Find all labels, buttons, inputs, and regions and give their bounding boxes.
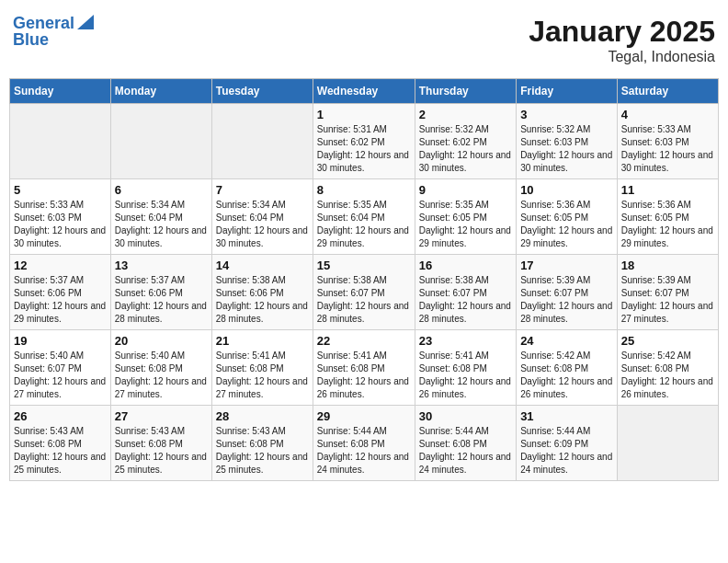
day-cell: 12Sunrise: 5:37 AM Sunset: 6:06 PM Dayli… — [10, 255, 111, 330]
day-info: Sunrise: 5:41 AM Sunset: 6:08 PM Dayligh… — [216, 350, 309, 401]
day-number: 29 — [317, 409, 411, 423]
day-number: 10 — [520, 183, 613, 197]
day-number: 30 — [419, 409, 512, 423]
day-number: 20 — [115, 334, 208, 348]
day-cell: 29Sunrise: 5:44 AM Sunset: 6:08 PM Dayli… — [313, 406, 415, 481]
calendar-subtitle: Tegal, Indonesia — [529, 49, 715, 65]
day-info: Sunrise: 5:34 AM Sunset: 6:04 PM Dayligh… — [216, 199, 309, 250]
day-info: Sunrise: 5:43 AM Sunset: 6:08 PM Dayligh… — [216, 425, 309, 477]
calendar-table: SundayMondayTuesdayWednesdayThursdayFrid… — [9, 78, 719, 481]
week-row-1: 1Sunrise: 5:31 AM Sunset: 6:02 PM Daylig… — [10, 104, 719, 179]
day-header-saturday: Saturday — [617, 79, 718, 104]
day-number: 13 — [115, 259, 208, 272]
logo-blue-text: Blue — [13, 31, 49, 50]
day-info: Sunrise: 5:32 AM Sunset: 6:03 PM Dayligh… — [520, 123, 613, 175]
day-info: Sunrise: 5:33 AM Sunset: 6:03 PM Dayligh… — [14, 199, 107, 250]
day-number: 7 — [216, 183, 309, 197]
day-cell: 23Sunrise: 5:41 AM Sunset: 6:08 PM Dayli… — [415, 330, 516, 406]
day-number: 11 — [621, 183, 714, 197]
day-header-monday: Monday — [110, 79, 211, 104]
day-number: 17 — [520, 259, 613, 272]
day-cell: 5Sunrise: 5:33 AM Sunset: 6:03 PM Daylig… — [10, 179, 111, 255]
day-info: Sunrise: 5:31 AM Sunset: 6:02 PM Dayligh… — [317, 123, 411, 175]
day-number: 15 — [317, 259, 411, 272]
day-cell: 13Sunrise: 5:37 AM Sunset: 6:06 PM Dayli… — [110, 255, 211, 330]
day-number: 1 — [317, 108, 411, 121]
day-info: Sunrise: 5:44 AM Sunset: 6:08 PM Dayligh… — [317, 425, 411, 477]
day-cell: 6Sunrise: 5:34 AM Sunset: 6:04 PM Daylig… — [110, 179, 211, 255]
week-row-2: 5Sunrise: 5:33 AM Sunset: 6:03 PM Daylig… — [10, 179, 719, 255]
day-cell: 8Sunrise: 5:35 AM Sunset: 6:04 PM Daylig… — [313, 179, 415, 255]
day-cell: 22Sunrise: 5:41 AM Sunset: 6:08 PM Dayli… — [313, 330, 415, 406]
day-number: 25 — [621, 334, 714, 348]
day-info: Sunrise: 5:41 AM Sunset: 6:08 PM Dayligh… — [419, 350, 512, 401]
calendar-title: January 2025 — [529, 15, 715, 49]
day-info: Sunrise: 5:43 AM Sunset: 6:08 PM Dayligh… — [115, 425, 208, 477]
day-number: 22 — [317, 334, 411, 348]
day-cell: 24Sunrise: 5:42 AM Sunset: 6:08 PM Dayli… — [517, 330, 618, 406]
day-info: Sunrise: 5:38 AM Sunset: 6:07 PM Dayligh… — [419, 274, 512, 326]
day-number: 21 — [216, 334, 309, 348]
day-info: Sunrise: 5:32 AM Sunset: 6:02 PM Dayligh… — [419, 123, 512, 175]
day-number: 2 — [419, 108, 512, 121]
day-cell: 20Sunrise: 5:40 AM Sunset: 6:08 PM Dayli… — [110, 330, 211, 406]
day-cell: 19Sunrise: 5:40 AM Sunset: 6:07 PM Dayli… — [10, 330, 111, 406]
svg-marker-0 — [77, 15, 94, 29]
day-number: 12 — [14, 259, 107, 272]
day-cell: 10Sunrise: 5:36 AM Sunset: 6:05 PM Dayli… — [517, 179, 618, 255]
day-info: Sunrise: 5:36 AM Sunset: 6:05 PM Dayligh… — [520, 199, 613, 250]
day-cell: 4Sunrise: 5:33 AM Sunset: 6:03 PM Daylig… — [617, 104, 718, 179]
day-info: Sunrise: 5:44 AM Sunset: 6:09 PM Dayligh… — [520, 425, 613, 477]
day-info: Sunrise: 5:43 AM Sunset: 6:08 PM Dayligh… — [14, 425, 107, 477]
day-cell: 15Sunrise: 5:38 AM Sunset: 6:07 PM Dayli… — [313, 255, 415, 330]
week-row-4: 19Sunrise: 5:40 AM Sunset: 6:07 PM Dayli… — [10, 330, 719, 406]
day-header-wednesday: Wednesday — [313, 79, 415, 104]
page-header: General Blue January 2025 Tegal, Indones… — [9, 9, 719, 71]
day-info: Sunrise: 5:37 AM Sunset: 6:06 PM Dayligh… — [115, 274, 208, 326]
day-number: 9 — [419, 183, 512, 197]
day-info: Sunrise: 5:39 AM Sunset: 6:07 PM Dayligh… — [520, 274, 613, 326]
logo: General Blue — [13, 15, 94, 50]
day-number: 26 — [14, 409, 107, 423]
day-number: 28 — [216, 409, 309, 423]
day-number: 19 — [14, 334, 107, 348]
day-cell: 28Sunrise: 5:43 AM Sunset: 6:08 PM Dayli… — [211, 406, 313, 481]
day-cell: 16Sunrise: 5:38 AM Sunset: 6:07 PM Dayli… — [415, 255, 516, 330]
day-number: 23 — [419, 334, 512, 348]
day-info: Sunrise: 5:44 AM Sunset: 6:08 PM Dayligh… — [419, 425, 512, 477]
day-number: 6 — [115, 183, 208, 197]
day-cell: 31Sunrise: 5:44 AM Sunset: 6:09 PM Dayli… — [517, 406, 618, 481]
logo-icon — [77, 15, 94, 29]
title-block: January 2025 Tegal, Indonesia — [529, 15, 715, 65]
day-info: Sunrise: 5:35 AM Sunset: 6:05 PM Dayligh… — [419, 199, 512, 250]
day-number: 24 — [520, 334, 613, 348]
day-cell: 11Sunrise: 5:36 AM Sunset: 6:05 PM Dayli… — [617, 179, 718, 255]
day-cell — [10, 104, 111, 179]
day-info: Sunrise: 5:37 AM Sunset: 6:06 PM Dayligh… — [14, 274, 107, 326]
week-row-3: 12Sunrise: 5:37 AM Sunset: 6:06 PM Dayli… — [10, 255, 719, 330]
day-cell — [110, 104, 211, 179]
day-cell: 3Sunrise: 5:32 AM Sunset: 6:03 PM Daylig… — [517, 104, 618, 179]
day-cell — [211, 104, 313, 179]
day-number: 8 — [317, 183, 411, 197]
day-cell: 21Sunrise: 5:41 AM Sunset: 6:08 PM Dayli… — [211, 330, 313, 406]
day-info: Sunrise: 5:36 AM Sunset: 6:05 PM Dayligh… — [621, 199, 714, 250]
day-number: 5 — [14, 183, 107, 197]
day-cell: 26Sunrise: 5:43 AM Sunset: 6:08 PM Dayli… — [10, 406, 111, 481]
day-info: Sunrise: 5:35 AM Sunset: 6:04 PM Dayligh… — [317, 199, 411, 250]
day-cell: 18Sunrise: 5:39 AM Sunset: 6:07 PM Dayli… — [617, 255, 718, 330]
day-number: 31 — [520, 409, 613, 423]
day-number: 18 — [621, 259, 714, 272]
day-header-tuesday: Tuesday — [211, 79, 313, 104]
day-number: 14 — [216, 259, 309, 272]
day-number: 16 — [419, 259, 512, 272]
day-cell: 7Sunrise: 5:34 AM Sunset: 6:04 PM Daylig… — [211, 179, 313, 255]
day-cell: 17Sunrise: 5:39 AM Sunset: 6:07 PM Dayli… — [517, 255, 618, 330]
day-cell: 30Sunrise: 5:44 AM Sunset: 6:08 PM Dayli… — [415, 406, 516, 481]
day-header-friday: Friday — [517, 79, 618, 104]
day-header-thursday: Thursday — [415, 79, 516, 104]
day-info: Sunrise: 5:38 AM Sunset: 6:07 PM Dayligh… — [317, 274, 411, 326]
day-info: Sunrise: 5:39 AM Sunset: 6:07 PM Dayligh… — [621, 274, 714, 326]
day-info: Sunrise: 5:40 AM Sunset: 6:07 PM Dayligh… — [14, 350, 107, 401]
day-cell: 27Sunrise: 5:43 AM Sunset: 6:08 PM Dayli… — [110, 406, 211, 481]
